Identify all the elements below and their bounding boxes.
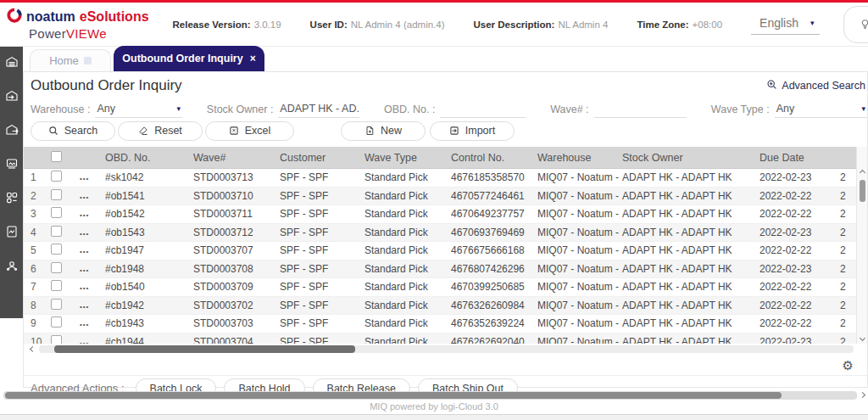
stock-owner-cell: ADAPT HK - ADAPT HK	[619, 317, 756, 329]
table-row[interactable]: 7 ••• #ob1540 STD0003709 SPF - SPF Stand…	[24, 278, 856, 297]
table-row[interactable]: 3 ••• #ob1542 STD0003711 SPF - SPF Stand…	[24, 205, 856, 224]
tab-bar: Home Outbound Order Inquiry ×	[23, 47, 868, 72]
due-date-cell: 2022-02-22	[756, 244, 837, 256]
vertical-scrollbar[interactable]	[856, 147, 867, 344]
close-tab-icon[interactable]: ×	[250, 53, 256, 64]
warehouse-icon[interactable]	[5, 55, 19, 69]
report-chart-icon[interactable]	[5, 225, 19, 238]
excel-button[interactable]: Excel	[205, 121, 294, 141]
language-select[interactable]: English ▾	[751, 14, 819, 35]
clipped-cell: 2	[837, 171, 856, 183]
gear-icon[interactable]: ⚙	[843, 359, 854, 372]
filter-bar: Warehouse : Any▾ Stock Owner : ADAPT HK …	[24, 96, 867, 118]
row-checkbox[interactable]	[51, 316, 62, 328]
modules-icon[interactable]	[5, 191, 19, 204]
row-menu-icon[interactable]: •••	[80, 321, 89, 328]
warehouse-cell: MIQ07 - Noatum - EA	[534, 171, 619, 183]
customer-cell: SPF - SPF	[276, 171, 361, 183]
wave-cell: STD0003711	[190, 208, 276, 220]
row-checkbox[interactable]	[51, 226, 62, 237]
row-checkbox[interactable]	[51, 280, 62, 291]
toolbar: Search Reset Excel	[24, 118, 867, 143]
due-date-cell: 2022-02-22	[756, 317, 837, 329]
col-due-date[interactable]: Due Date	[756, 152, 837, 164]
row-checkbox[interactable]	[51, 262, 62, 273]
row-checkbox[interactable]	[51, 299, 62, 310]
horizontal-scroll-thumb[interactable]	[54, 345, 355, 353]
tab-outbound-order-inquiry[interactable]: Outbound Order Inquiry ×	[114, 46, 264, 71]
search-button[interactable]: Search	[31, 121, 115, 141]
col-warehouse[interactable]: Warehouse	[534, 152, 619, 164]
row-menu-icon[interactable]: •••	[80, 266, 89, 274]
scroll-up-icon[interactable]	[859, 170, 865, 176]
obd-no-cell: #ob1543	[102, 227, 190, 238]
advanced-search-link[interactable]: Advanced Search	[766, 79, 865, 92]
new-button[interactable]: New	[341, 121, 426, 141]
table-horizontal-scrollbar[interactable]	[24, 344, 867, 355]
col-wave[interactable]: Wave#	[190, 152, 276, 164]
obd-no-cell: #cb1947	[102, 244, 190, 256]
row-checkbox[interactable]	[51, 335, 62, 344]
col-wave-type[interactable]: Wave Type	[361, 152, 448, 164]
table-row[interactable]: 2 ••• #ob1541 STD0003710 SPF - SPF Stand…	[24, 188, 856, 206]
due-date-cell: 2022-02-22	[756, 281, 837, 293]
wave-input[interactable]	[594, 115, 687, 118]
col-customer[interactable]: Customer	[276, 152, 361, 164]
obd-no-input[interactable]	[440, 115, 526, 118]
col-control-no[interactable]: Control No.	[448, 152, 534, 164]
warehouse-cell: MIQ07 - Noatum - EA	[534, 190, 619, 202]
row-checkbox[interactable]	[51, 207, 62, 218]
table-row[interactable]: 4 ••• #ob1543 STD0003712 SPF - SPF Stand…	[24, 224, 856, 243]
tab-home[interactable]: Home	[30, 49, 111, 71]
warehouse-select[interactable]: Any▾	[95, 103, 182, 118]
row-menu-icon[interactable]: •••	[80, 175, 89, 182]
page-horizontal-scrollbar[interactable]	[0, 389, 868, 400]
how-to-button[interactable]: How To	[843, 6, 868, 43]
table-row[interactable]: 6 ••• #cb1948 STD0003708 SPF - SPF Stand…	[24, 260, 856, 279]
page-scroll-thumb[interactable]	[5, 392, 782, 399]
row-checkbox[interactable]	[51, 171, 62, 182]
product-name: PowerVIEWe	[29, 26, 149, 41]
row-menu-icon[interactable]: •••	[80, 193, 89, 201]
obd-no-cell: #ob1540	[102, 281, 190, 293]
outbound-icon[interactable]	[5, 123, 19, 137]
table-row[interactable]: 5 ••• #cb1947 STD0003707 SPF - SPF Stand…	[24, 242, 856, 260]
user-group-icon[interactable]	[5, 259, 19, 272]
chevron-down-icon: ▾	[176, 104, 181, 113]
row-checkbox[interactable]	[51, 189, 62, 200]
warehouse-cell: MIQ07 - Noatum - EA	[534, 317, 619, 329]
customer-cell: SPF - SPF	[276, 244, 361, 256]
row-menu-icon[interactable]: •••	[80, 284, 89, 292]
inventory-card-icon[interactable]	[5, 157, 19, 171]
stock-owner-select[interactable]: ADAPT HK - AD...▾	[278, 103, 359, 118]
vertical-scroll-thumb[interactable]	[860, 180, 865, 202]
row-checkbox[interactable]	[51, 244, 62, 255]
col-obd-no[interactable]: OBD. No.	[102, 152, 190, 164]
scroll-down-icon[interactable]	[859, 335, 865, 341]
due-date-cell: 2022-02-22	[756, 208, 837, 220]
row-menu-icon[interactable]: •••	[80, 230, 89, 238]
import-button[interactable]: Import	[430, 121, 515, 141]
reset-button[interactable]: Reset	[118, 121, 203, 141]
table-row[interactable]: 9 ••• #cb1943 STD0003703 SPF - SPF Stand…	[24, 315, 856, 333]
wave-type-cell: Standard Pick	[361, 244, 448, 256]
row-menu-icon[interactable]: •••	[80, 211, 89, 219]
wave-cell: STD0003708	[190, 263, 276, 275]
inbound-icon[interactable]	[5, 89, 19, 103]
wave-type-select[interactable]: Any▾	[775, 103, 867, 118]
table-row[interactable]: 8 ••• #cb1942 STD0003702 SPF - SPF Stand…	[24, 297, 856, 316]
col-stock-owner[interactable]: Stock Owner	[619, 152, 756, 164]
row-menu-icon[interactable]: •••	[80, 339, 89, 344]
select-all-checkbox[interactable]	[51, 151, 62, 162]
stock-owner-cell: ADAPT HK - ADAPT HK	[619, 300, 756, 311]
scroll-left-icon[interactable]	[30, 346, 36, 352]
wave-cell: STD0003709	[190, 281, 276, 293]
table-row[interactable]: 10 ••• #cb1944 STD0003704 SPF - SPF Stan…	[24, 333, 856, 344]
row-menu-icon[interactable]: •••	[80, 248, 89, 255]
table-row[interactable]: 1 ••• #sk1042 STD0003713 SPF - SPF Stand…	[24, 169, 856, 188]
customer-cell: SPF - SPF	[276, 336, 361, 344]
release-version: Release Version:3.0.19	[173, 20, 281, 30]
row-menu-icon[interactable]: •••	[80, 303, 89, 311]
control-no-cell: 4670399250685	[448, 281, 534, 293]
clipped-cell: 2	[837, 244, 856, 256]
